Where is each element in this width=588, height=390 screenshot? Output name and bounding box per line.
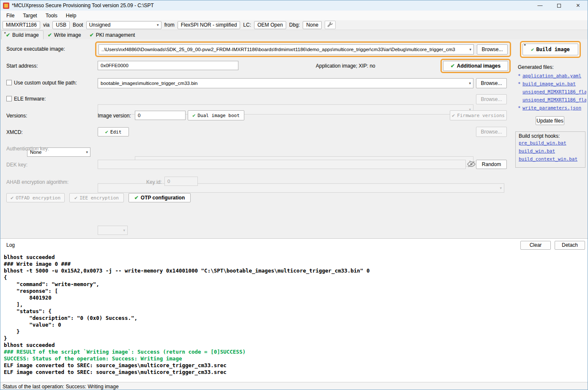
hook-link[interactable]: build_context_win.bat [519,156,577,162]
menu-file[interactable]: File [2,11,19,20]
chevron-down-icon: ▾ [469,47,471,52]
hook-link[interactable]: build_win.bat [519,148,555,154]
tab-pki-management-label: PKI management [96,32,135,38]
ele-firmware-checkbox[interactable] [6,96,12,101]
boot-type-value: Unsigned [89,22,111,28]
detach-log-button[interactable]: Detach [555,241,585,250]
show-dek-key-toggle[interactable] [467,161,476,169]
log-line: "value": 0 [4,322,588,328]
app-icon [3,3,9,9]
lifecycle-button[interactable]: OEM Open [254,21,286,29]
firmware-versions-button: ✔ Firmware versions [450,110,507,120]
start-address-field[interactable]: 0x0FFE0000 [98,61,238,70]
tab-write-image[interactable]: ✔ Write image [44,30,85,39]
xmcd-edit-button[interactable]: ✔ Edit [98,127,129,136]
minimize-button[interactable]: — [531,0,550,11]
modified-star-icon: * [4,31,6,35]
generated-file-prefix: * [518,81,521,87]
random-dek-button[interactable]: Random [476,160,507,169]
generated-file-link[interactable]: write_parameters.json [522,105,581,111]
custom-output-checkbox[interactable] [6,80,12,85]
menu-target[interactable]: Target [19,11,41,20]
clear-log-button[interactable]: Clear [520,241,551,250]
hook-row: build_win.bat [519,147,582,155]
log-content[interactable]: blhost succeeded### Write image 0 ###blh… [0,251,588,382]
source-browse-button[interactable]: Browse... [477,44,508,55]
source-image-highlight: ..\Users\nxf48860\Downloads\SDK_25_09_00… [95,41,511,57]
processor-button[interactable]: MIMXRT1186 [3,21,40,29]
ele-firmware-label: ELE firmware: [14,96,46,102]
source-image-combobox[interactable]: ..\Users\nxf48860\Downloads\SDK_25_09_00… [98,44,474,55]
log-line: "command": "write-memory", [4,281,588,288]
tab-build-image-label: Build image [12,32,39,38]
log-line: ], [4,301,588,308]
connection-button[interactable]: USB [52,21,70,29]
log-line: SUCCESS: Status of the operation: Succes… [4,355,588,362]
authentication-key-label: Authentication key: [6,146,49,152]
generated-file-link[interactable]: unsigned_MIMXRT1186_fla [522,89,586,95]
boot-type-select[interactable]: Unsigned ▾ [86,21,161,29]
xip-note: Application image; XIP: no [316,63,375,69]
via-label: via [43,22,49,28]
chevron-down-icon: ▾ [86,150,88,154]
log-line: blhost succeeded [4,254,588,261]
xmcd-edit-label: Edit [110,129,122,135]
ahab-algorithm-select: ▾ [98,226,128,235]
debugger-button[interactable]: None [303,21,322,29]
maximize-button[interactable] [550,0,569,11]
menu-help[interactable]: Help [62,11,81,20]
tab-write-image-label: Write image [54,32,81,38]
build-image-button[interactable]: * ✔ Build image [522,44,578,55]
image-version-field[interactable]: 0 [135,111,186,120]
check-icon: ✔ [451,63,455,68]
log-line: ELF image converted to SREC: source_imag… [4,362,588,369]
check-icon: ✔ [192,113,195,118]
check-icon: ✔ [105,129,108,134]
close-button[interactable]: ✕ [569,0,588,11]
tab-build-image[interactable]: * ✔ Build image [1,30,44,39]
otp-configuration-label: OTP configuration [141,195,185,201]
start-address-label: Start address: [6,63,38,69]
additional-images-highlight: ✔ Additional images [440,59,511,73]
output-browse-button[interactable]: Browse... [476,78,507,88]
image-version-label: Image version: [98,113,131,119]
key-id-field: 0 [164,177,198,186]
window-title: *MCUXpresso Secure Provisioning Tool ver… [12,3,154,8]
generated-files-list: *application_ahab.yaml*build_image_win.b… [518,72,586,112]
additional-images-button[interactable]: ✔ Additional images [443,61,508,71]
check-icon: ✔ [134,195,139,200]
chevron-down-icon: ▾ [500,186,502,190]
hook-row: build_context_win.bat [519,155,582,163]
log-label: Log [6,242,15,248]
tab-bar: * ✔ Build image ✔ Write image ✔ PKI mana… [0,30,588,39]
output-path-value: bootable_images\multicore_trigger_cm33.b… [101,81,198,86]
log-line: ### RESULT of the script `Writing image`… [4,349,588,355]
generated-file-link[interactable]: build_image_win.bat [522,81,576,87]
check-icon: ✔ [531,47,534,52]
source-image-path: ..\Users\nxf48860\Downloads\SDK_25_09_00… [101,47,455,52]
build-image-highlight: * ✔ Build image [520,41,581,58]
hook-row: pre_build_win.bat [519,139,582,147]
generated-file-link[interactable]: unsigned_MIMXRT1186_fla [522,97,586,103]
check-icon: ✔ [74,195,77,200]
menu-tools[interactable]: Tools [41,11,62,20]
ahab-algorithm-label: AHAB encryption algorithm: [6,179,68,185]
dual-image-boot-toggle[interactable]: ✔ Dual image boot [188,110,244,120]
otp-configuration-button[interactable]: ✔ OTP configuration [129,193,191,202]
output-path-combobox[interactable]: bootable_images\multicore_trigger_cm33.b… [98,78,473,88]
dual-image-boot-label: Dual image boot [197,113,239,118]
check-icon: ✔ [90,33,94,38]
build-script-hooks-label: Build script hooks: [519,133,560,139]
hook-link[interactable]: pre_build_win.bat [519,140,566,146]
key-id-label: Key id: [146,179,162,185]
boot-device-button[interactable]: FlexSPI NOR - simplified [178,21,241,29]
custom-output-label: Use custom output file path: [14,80,77,86]
status-text: Status of the last operation: Success: W… [3,384,119,390]
settings-wrench-button[interactable] [325,21,336,29]
xmcd-label: XMCD: [6,129,23,135]
update-files-button[interactable]: Update files [536,116,564,125]
tab-pki-management[interactable]: ✔ PKI management [85,30,139,39]
log-line: blhost succeeded [4,342,588,349]
generated-file-link[interactable]: application_ahab.yaml [522,73,581,79]
dek-key-field [98,160,466,169]
